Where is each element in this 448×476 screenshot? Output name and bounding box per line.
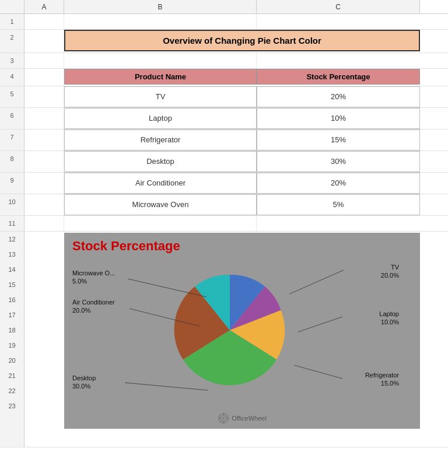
col-header-a: A [24, 0, 64, 13]
label-laptop: Laptop 10.0% [379, 310, 399, 327]
row-2: 2 Overview of Changing Pie Chart Color [0, 30, 448, 53]
product-laptop: Laptop [64, 108, 257, 129]
stock-air-conditioner: 20% [257, 173, 420, 194]
label-microwave: Microwave O... 5.0% [72, 269, 115, 286]
stock-microwave: 5% [257, 194, 420, 215]
stock-tv: 20% [257, 86, 420, 107]
table-header-stock: Stock Percentage [257, 69, 420, 85]
rows-container: 1 2 Overview of Changing Pie Chart Color… [0, 14, 448, 447]
chart-content: Microwave O... 5.0% Air Conditioner 20.0… [72, 257, 399, 421]
stock-laptop: 10% [257, 108, 420, 129]
chart-title: Stock Percentage [72, 239, 412, 254]
row-5: 5 TV 20% [0, 86, 448, 108]
col-header-c: C [257, 0, 420, 13]
row-3: 3 [0, 53, 448, 69]
watermark-icon [218, 412, 229, 424]
svg-point-8 [222, 417, 224, 419]
row-4: 4 Product Name Stock Percentage [0, 69, 448, 86]
product-air-conditioner: Air Conditioner [64, 173, 257, 194]
product-tv: TV [64, 86, 257, 107]
row-6: 6 Laptop 10% [0, 108, 448, 130]
label-air-conditioner: Air Conditioner 20.0% [72, 298, 115, 315]
svg-line-4 [298, 317, 342, 332]
spreadsheet: A B C 1 2 Overview of Changing Pie Chart… [0, 0, 448, 476]
stock-refrigerator: 15% [257, 130, 420, 150]
chart-rows: 12 13 14 15 16 17 18 19 20 21 22 23 Stoc… [0, 232, 448, 447]
svg-line-5 [294, 365, 342, 379]
column-headers: A B C [0, 0, 448, 14]
watermark-text: OfficeWheel [232, 415, 267, 422]
label-refrigerator: Refrigerator 15.0% [365, 371, 399, 388]
row-9: 9 Air Conditioner 20% [0, 173, 448, 194]
chart-area: Stock Percentage Microwave O... 5.0% Air… [64, 233, 420, 429]
row-11: 11 [0, 216, 448, 232]
row-7: 7 Refrigerator 15% [0, 130, 448, 151]
product-refrigerator: Refrigerator [64, 130, 257, 150]
label-tv: TV 20.0% [381, 263, 399, 280]
page-title: Overview of Changing Pie Chart Color [64, 30, 420, 51]
row-10: 10 Microwave Oven 5% [0, 194, 448, 216]
table-header-product: Product Name [64, 69, 257, 85]
watermark: OfficeWheel [218, 412, 267, 424]
svg-line-3 [289, 270, 344, 294]
product-desktop: Desktop [64, 151, 257, 172]
product-microwave: Microwave Oven [64, 194, 257, 215]
stock-desktop: 30% [257, 151, 420, 172]
row-8: 8 Desktop 30% [0, 151, 448, 173]
pie-chart [163, 269, 297, 391]
label-desktop: Desktop 30.0% [72, 374, 96, 391]
corner-cell [0, 0, 24, 13]
col-header-b: B [64, 0, 257, 13]
row-1: 1 [0, 14, 448, 30]
